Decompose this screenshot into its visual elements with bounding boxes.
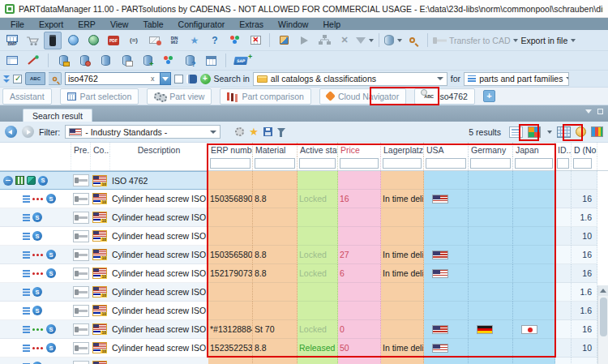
exact-match-checkbox[interactable]: [174, 75, 183, 84]
id-cell[interactable]: [555, 171, 572, 190]
id-cell[interactable]: [555, 283, 572, 302]
germany-cell[interactable]: [469, 208, 513, 227]
d-norm-cell[interactable]: 16: [572, 246, 597, 264]
usa-cell[interactable]: [424, 339, 469, 358]
tab-part-comparison[interactable]: Part comparison: [220, 88, 310, 105]
lagerplatz-cell[interactable]: In time deli...: [381, 246, 424, 264]
germany-cell[interactable]: [469, 358, 513, 364]
search-mode-button[interactable]: [49, 72, 62, 85]
usa-cell[interactable]: [424, 246, 469, 264]
erp-number-cell[interactable]: 15035658050: [208, 246, 253, 264]
active-status-cell[interactable]: Released: [298, 339, 338, 358]
usa-cell[interactable]: [424, 190, 469, 208]
table-row[interactable]: S 10: [0, 358, 597, 364]
lagerplatz-cell[interactable]: [381, 320, 424, 339]
table-row[interactable]: S 10 Cylinder head screw ISO 4762 ... 1.…: [0, 302, 597, 320]
sap-connect-button[interactable]: SAP: [232, 52, 250, 70]
japan-cell[interactable]: [513, 302, 555, 320]
filter-input-d[interactable]: [573, 158, 592, 169]
germany-cell[interactable]: [469, 320, 513, 339]
search-input[interactable]: [65, 72, 161, 85]
tab-assistant[interactable]: Assistant: [2, 88, 52, 105]
active-status-cell[interactable]: [298, 171, 338, 190]
filter-input-usa[interactable]: [426, 158, 466, 169]
column-header-germany[interactable]: Germany: [469, 143, 513, 156]
d-norm-cell[interactable]: 1.6: [572, 302, 597, 320]
material-cell[interactable]: [253, 283, 298, 302]
description-cell[interactable]: Cylinder head screw ISO 4762 ...: [110, 208, 208, 227]
price-cell[interactable]: 0: [338, 320, 381, 339]
panel-collapse-icon[interactable]: [585, 109, 592, 113]
table-row[interactable]: S 10 Cylinder head screw ISO 4762 ... 15…: [0, 264, 597, 283]
preview-cell[interactable]: [71, 320, 91, 339]
lagerplatz-cell[interactable]: [381, 227, 424, 246]
d-norm-cell[interactable]: [572, 358, 597, 364]
erp-table-button[interactable]: [202, 52, 220, 70]
japan-cell[interactable]: [513, 339, 555, 358]
add-search-icon[interactable]: [200, 74, 211, 84]
preview-cell[interactable]: [71, 246, 91, 264]
description-cell[interactable]: Cylinder head screw ISO 4762 ...: [110, 283, 208, 302]
d-norm-cell[interactable]: 1.6: [572, 283, 597, 302]
menu-item-extras[interactable]: Extras: [232, 19, 271, 29]
id-cell[interactable]: [555, 264, 572, 283]
erp-number-cell[interactable]: *#13128884...: [208, 320, 253, 339]
tab-cloud-navigator[interactable]: Cloud Navigator: [319, 88, 406, 105]
material-cell[interactable]: St 70: [253, 320, 298, 339]
column-header-japan[interactable]: Japan: [513, 143, 555, 156]
erp-number-cell[interactable]: [208, 358, 253, 364]
table-row[interactable]: S 10 Cylinder head screw ISO 4762 ... 15…: [0, 246, 597, 264]
3d-preview-button[interactable]: [384, 32, 402, 49]
filter-input-price[interactable]: [340, 158, 379, 169]
japan-cell[interactable]: [513, 171, 555, 190]
material-cell[interactable]: [253, 171, 298, 190]
erp-number-cell[interactable]: [208, 208, 253, 227]
save-search-icon[interactable]: [263, 127, 272, 136]
search-in-combobox[interactable]: all catalogs & classifications: [253, 72, 447, 86]
column-header-id[interactable]: ID...: [555, 143, 572, 156]
tab-search-iso4762[interactable]: ABCiso4762: [414, 88, 475, 105]
description-cell[interactable]: Cylinder head screw ISO 4762 ...: [110, 302, 208, 320]
id-cell[interactable]: [555, 302, 572, 320]
export-bmp-button[interactable]: BMP: [3, 32, 21, 49]
active-status-cell[interactable]: [298, 227, 338, 246]
lagerplatz-cell[interactable]: [381, 302, 424, 320]
d-norm-cell[interactable]: 10: [572, 339, 597, 358]
table-row[interactable]: S 10 Cylinder head screw ISO 4762 ... 1.…: [0, 283, 597, 302]
usa-cell[interactable]: [424, 208, 469, 227]
germany-cell[interactable]: [469, 302, 513, 320]
preview-cell[interactable]: [71, 208, 91, 227]
germany-cell[interactable]: [469, 227, 513, 246]
usa-cell[interactable]: [424, 171, 469, 190]
price-cell[interactable]: [338, 227, 381, 246]
usa-cell[interactable]: [424, 283, 469, 302]
dictionary-icon[interactable]: [186, 75, 197, 84]
erp-number-cell[interactable]: [208, 171, 253, 190]
japan-cell[interactable]: [513, 358, 555, 364]
erp-number-cell[interactable]: [208, 283, 253, 302]
active-status-cell[interactable]: Locked: [298, 246, 338, 264]
column-header-lagerplatz[interactable]: Lagerplatz: [381, 143, 424, 156]
germany-cell[interactable]: [469, 171, 513, 190]
japan-cell[interactable]: [513, 190, 555, 208]
active-status-cell[interactable]: Locked: [298, 320, 338, 339]
usa-cell[interactable]: [424, 227, 469, 246]
web-export-button[interactable]: [64, 32, 82, 49]
add-tab-button[interactable]: +: [483, 90, 495, 102]
preview-cell[interactable]: [71, 358, 91, 364]
db-query-button[interactable]: [181, 52, 199, 70]
text-search-toggle[interactable]: ABC: [25, 72, 45, 85]
search-scope-combobox[interactable]: parts and part families: [464, 72, 569, 86]
search-history-dropdown[interactable]: [160, 72, 171, 85]
material-cell[interactable]: [253, 227, 298, 246]
db-login-button[interactable]: [54, 52, 72, 70]
column-header-price[interactable]: Price: [338, 143, 381, 156]
description-cell[interactable]: Cylinder head screw ISO 4762 ...: [110, 190, 208, 208]
help-button[interactable]: ?: [206, 32, 224, 49]
description-cell[interactable]: Cylinder head screw ISO 4762 ...: [110, 246, 208, 264]
table-row[interactable]: S 10 Cylinder head screw ISO 4762 ... 15…: [0, 339, 597, 358]
preview-cell[interactable]: [71, 227, 91, 246]
db-add-button[interactable]: [139, 52, 156, 70]
usa-cell[interactable]: [424, 320, 469, 339]
grid-view-icon[interactable]: [528, 126, 541, 138]
